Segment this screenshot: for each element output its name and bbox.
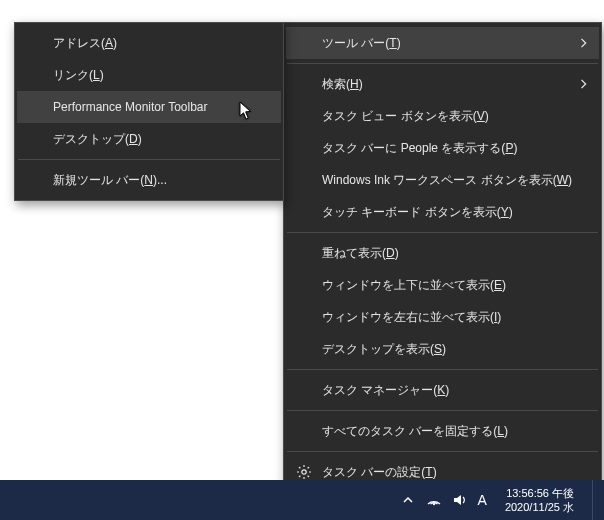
submenu-item-perfmon-toolbar[interactable]: Performance Monitor Toolbar — [17, 91, 281, 123]
menu-item-label: タッチ キーボード ボタンを表示(Y) — [322, 204, 513, 221]
menu-item-toolbars[interactable]: ツール バー(T) — [286, 27, 599, 59]
network-icon[interactable] — [426, 492, 442, 508]
menu-item-label: Windows Ink ワークスペース ボタンを表示(W) — [322, 172, 572, 189]
menu-item-touchkbd[interactable]: タッチ キーボード ボタンを表示(Y) — [286, 196, 599, 228]
menu-separator — [287, 410, 598, 411]
menu-item-label: 検索(H) — [322, 76, 363, 93]
volume-icon[interactable] — [452, 492, 468, 508]
svg-line-8 — [308, 467, 309, 468]
menu-item-label: 新規ツール バー(N)... — [53, 172, 167, 189]
menu-item-people[interactable]: タスク バーに People を表示する(P) — [286, 132, 599, 164]
menu-item-label: Performance Monitor Toolbar — [53, 100, 208, 114]
submenu-item-links[interactable]: リンク(L) — [17, 59, 281, 91]
menu-item-label: アドレス(A) — [53, 35, 117, 52]
menu-separator — [287, 232, 598, 233]
menu-item-cascade[interactable]: 重ねて表示(D) — [286, 237, 599, 269]
svg-line-5 — [299, 467, 300, 468]
menu-separator — [287, 451, 598, 452]
menu-item-search[interactable]: 検索(H) — [286, 68, 599, 100]
submenu-arrow-icon — [579, 38, 589, 48]
menu-item-taskview[interactable]: タスク ビュー ボタンを表示(V) — [286, 100, 599, 132]
menu-item-label: デスクトップを表示(S) — [322, 341, 446, 358]
menu-separator — [18, 159, 280, 160]
menu-item-stack[interactable]: ウィンドウを上下に並べて表示(E) — [286, 269, 599, 301]
clock-time: 13:56:56 午後 — [506, 486, 574, 500]
menu-item-show-desktop[interactable]: デスクトップを表示(S) — [286, 333, 599, 365]
taskbar-context-menu: ツール バー(T) 検索(H) タスク ビュー ボタンを表示(V) タスク バー… — [283, 22, 602, 493]
submenu-arrow-icon — [579, 79, 589, 89]
menu-item-label: タスク マネージャー(K) — [322, 382, 449, 399]
submenu-item-address[interactable]: アドレス(A) — [17, 27, 281, 59]
menu-item-label: タスク バーの設定(T) — [322, 464, 437, 481]
menu-item-label: ウィンドウを左右に並べて表示(I) — [322, 309, 501, 326]
menu-item-label: すべてのタスク バーを固定する(L) — [322, 423, 508, 440]
menu-item-sidebyside[interactable]: ウィンドウを左右に並べて表示(I) — [286, 301, 599, 333]
taskbar[interactable]: A 13:56:56 午後 2020/11/25 水 — [0, 480, 604, 520]
svg-line-7 — [299, 476, 300, 477]
svg-point-0 — [302, 470, 306, 474]
menu-item-label: タスク バーに People を表示する(P) — [322, 140, 517, 157]
show-desktop-button[interactable] — [592, 480, 598, 520]
menu-item-taskmgr[interactable]: タスク マネージャー(K) — [286, 374, 599, 406]
svg-point-9 — [432, 503, 434, 505]
desktop-background: { "taskbar": { "clock_time": "13:56:56 午… — [0, 0, 604, 520]
menu-item-label: リンク(L) — [53, 67, 104, 84]
toolbars-submenu: アドレス(A) リンク(L) Performance Monitor Toolb… — [14, 22, 284, 201]
menu-item-label: ツール バー(T) — [322, 35, 401, 52]
menu-item-lock-taskbars[interactable]: すべてのタスク バーを固定する(L) — [286, 415, 599, 447]
clock-date: 2020/11/25 水 — [505, 500, 574, 514]
menu-item-ink[interactable]: Windows Ink ワークスペース ボタンを表示(W) — [286, 164, 599, 196]
submenu-item-new-toolbar[interactable]: 新規ツール バー(N)... — [17, 164, 281, 196]
menu-separator — [287, 63, 598, 64]
tray-overflow-icon[interactable] — [400, 492, 416, 508]
gear-icon — [296, 464, 312, 480]
menu-separator — [287, 369, 598, 370]
menu-item-label: 重ねて表示(D) — [322, 245, 399, 262]
ime-indicator[interactable]: A — [478, 492, 487, 508]
menu-item-label: タスク ビュー ボタンを表示(V) — [322, 108, 489, 125]
taskbar-clock[interactable]: 13:56:56 午後 2020/11/25 水 — [505, 486, 574, 514]
menu-item-label: ウィンドウを上下に並べて表示(E) — [322, 277, 506, 294]
system-tray: A 13:56:56 午後 2020/11/25 水 — [400, 480, 598, 520]
submenu-item-desktop[interactable]: デスクトップ(D) — [17, 123, 281, 155]
svg-line-6 — [308, 476, 309, 477]
menu-item-label: デスクトップ(D) — [53, 131, 142, 148]
